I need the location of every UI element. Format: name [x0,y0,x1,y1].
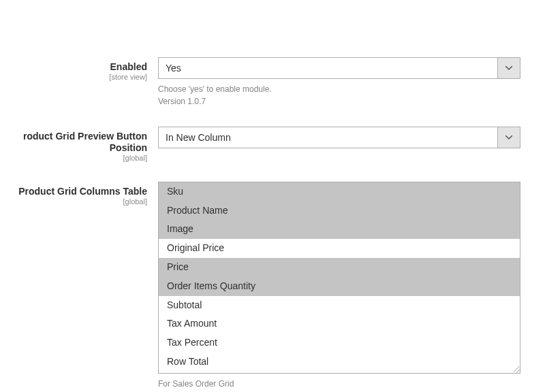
multiselect-option[interactable]: Tax Percent [159,333,520,353]
hint-line: Version 1.0.7 [158,97,206,106]
field-row-button-position: roduct Grid Preview Button Position [glo… [0,127,545,163]
field-row-columns-table: Product Grid Columns Table [global] SkuP… [0,182,545,390]
multiselect-option[interactable]: Product Name [159,201,520,220]
chevron-down-icon [497,127,520,148]
field-label-col: Product Grid Columns Table [global] [0,182,158,206]
select-value: In New Column [159,127,497,148]
multiselect-option[interactable]: Price [159,258,520,277]
multiselect-option[interactable]: Row Total [159,353,520,372]
select-value: Yes [159,58,497,78]
field-label: Enabled [0,61,147,73]
config-form: Enabled [store view] Yes Choose 'yes' to… [0,0,545,390]
field-row-enabled: Enabled [store view] Yes Choose 'yes' to… [0,57,545,108]
field-label-col: roduct Grid Preview Button Position [glo… [0,127,158,163]
hint-line: Choose 'yes' to enable module. [158,84,272,94]
multiselect-option[interactable]: Subtotal [159,296,520,315]
multiselect-option[interactable]: Order Items Quantity [159,277,520,296]
field-scope: [global] [0,197,147,206]
enabled-select[interactable]: Yes [158,57,520,79]
field-label: Product Grid Columns Table [0,186,147,197]
multiselect-option[interactable]: Tax Amount [159,314,520,333]
multiselect-option[interactable]: Original Price [159,239,520,258]
field-label: roduct Grid Preview Button Position [0,131,147,154]
chevron-down-icon [497,58,520,78]
field-scope: [global] [0,154,147,163]
multiselect-option[interactable]: Sku [159,182,520,201]
field-hint: Choose 'yes' to enable module. Version 1… [158,83,520,108]
field-hint: For Sales Order Grid [158,378,520,390]
field-scope: [store view] [0,73,147,82]
button-position-select[interactable]: In New Column [158,127,520,148]
multiselect-option[interactable]: Image [159,220,520,239]
field-control-col: Yes Choose 'yes' to enable module. Versi… [158,57,520,108]
field-control-col: In New Column [158,127,520,148]
field-control-col: SkuProduct NameImageOriginal PricePriceO… [158,182,520,390]
columns-multiselect[interactable]: SkuProduct NameImageOriginal PricePriceO… [158,182,520,374]
field-label-col: Enabled [store view] [0,57,158,82]
